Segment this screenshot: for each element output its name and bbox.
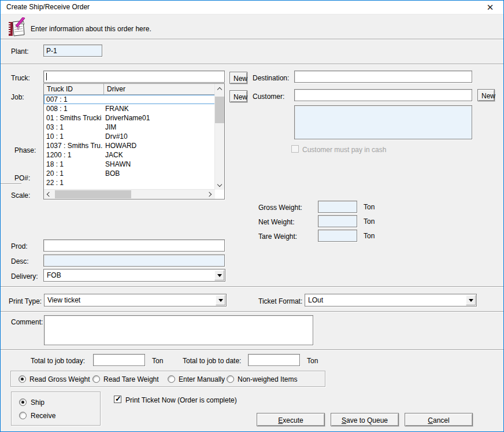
dropdown-arrow-icon[interactable] (466, 295, 476, 305)
print-type-select[interactable]: View ticket (44, 294, 227, 307)
mode-group (11, 392, 101, 426)
net-weight-unit: Ton (364, 217, 375, 226)
total-today-input[interactable] (93, 354, 145, 366)
total-to-date-label: Total to job to date: (183, 357, 241, 365)
prod-input[interactable] (43, 239, 225, 252)
desc-input[interactable] (43, 254, 225, 267)
plant-input[interactable]: P-1 (43, 45, 102, 57)
truck-row[interactable]: 18 : 1SHAWN (44, 160, 215, 169)
cancel-button[interactable]: Cancel (405, 413, 473, 426)
plant-label: Plant: (11, 47, 29, 56)
delivery-label: Delivery: (11, 272, 38, 280)
truck-id-cell: 20 : 1 (46, 169, 103, 178)
truck-label: Truck: (11, 74, 30, 82)
scroll-up-arrow[interactable] (215, 84, 224, 93)
delivery-select[interactable]: FOB (43, 269, 225, 282)
truck-id-cell: 03 : 1 (46, 123, 103, 132)
radio-receive-label: Receive (31, 412, 55, 420)
radio-non-weighed-items[interactable] (227, 375, 234, 383)
separator (1, 349, 503, 350)
separator (1, 64, 503, 65)
comment-textarea[interactable] (44, 315, 313, 345)
destination-input[interactable] (294, 71, 472, 83)
radio-read-gross-weight[interactable] (18, 375, 26, 383)
title-bar: Create Ship/Receive Order ✕ (1, 1, 503, 14)
scroll-right-arrow[interactable] (206, 190, 215, 199)
comment-label: Comment: (11, 318, 43, 326)
driver-cell: JIM (105, 123, 214, 132)
ticket-format-label: Ticket Format: (258, 297, 302, 305)
close-icon[interactable]: ✕ (481, 1, 499, 13)
truck-row[interactable]: 1037 : Smiths Tru...HOWARD (44, 141, 215, 150)
horizontal-scroll-thumb[interactable] (55, 190, 131, 198)
customer-input[interactable] (294, 89, 472, 101)
radio-enter-manually[interactable] (168, 375, 175, 383)
scroll-down-arrow[interactable] (215, 180, 224, 190)
truck-id-cell: 007 : 1 (46, 95, 103, 104)
radio-ship[interactable] (19, 398, 27, 406)
dropdown-arrow-icon[interactable] (214, 270, 224, 280)
new-customer-button[interactable]: New (477, 89, 495, 101)
gross-weight-input[interactable] (318, 201, 357, 213)
print-ticket-checkbox-label: Print Ticket Now (Order is complete) (125, 396, 237, 404)
vertical-scroll-thumb[interactable] (215, 97, 224, 123)
column-header-driver[interactable]: Driver (104, 84, 215, 95)
driver-cell: SHAWN (105, 160, 214, 169)
driver-cell: FRANK (105, 104, 214, 113)
truck-row[interactable]: 22 : 1 (44, 178, 215, 187)
phase-label: Phase: (14, 146, 36, 154)
scroll-left-arrow[interactable] (44, 190, 53, 199)
save-to-queue-button[interactable]: Save to Queue (331, 413, 399, 426)
ticket-format-select-value: LOut (308, 296, 323, 304)
job-label: Job: (11, 93, 24, 101)
truck-row[interactable]: 20 : 1BOB (44, 169, 215, 178)
cash-checkbox-label: Customer must pay in cash (302, 146, 386, 154)
desc-label: Desc: (11, 257, 29, 265)
truck-id-cell: 22 : 1 (46, 178, 103, 187)
truck-list: Truck ID Driver 007 : 1008 : 1FRANK01 : … (43, 83, 225, 200)
truck-row[interactable]: 007 : 1 (44, 95, 215, 104)
driver-cell: Drv#10 (105, 132, 214, 141)
net-weight-input[interactable] (318, 215, 357, 227)
truck-id-cell: 01 : Smiths Trucki (46, 113, 103, 123)
truck-row[interactable]: 008 : 1FRANK (44, 104, 215, 113)
truck-input[interactable] (43, 71, 225, 83)
truck-row[interactable]: 01 : Smiths TruckiDriverName01 (44, 113, 215, 123)
total-today-unit: Ton (152, 357, 163, 365)
truck-id-cell: 10 : 1 (46, 132, 103, 141)
truck-row[interactable]: 1200 : 1JACK (44, 150, 215, 160)
total-today-label: Total to job today: (31, 357, 85, 365)
driver-cell: HOWARD (105, 141, 214, 150)
radio-read-tare-weight[interactable] (92, 375, 100, 383)
vertical-scrollbar[interactable] (214, 84, 224, 190)
separator (1, 183, 21, 184)
tare-weight-unit: Ton (364, 232, 375, 240)
print-ticket-checkbox[interactable] (114, 396, 121, 403)
new-truck-button[interactable]: New (229, 72, 247, 84)
radio-read-gross-weight-label: Read Gross Weight (29, 375, 90, 383)
column-header-truck-id[interactable]: Truck ID (44, 84, 104, 95)
execute-button[interactable]: Execute (257, 413, 325, 426)
truck-row[interactable]: 03 : 1JIM (44, 123, 215, 132)
gross-weight-unit: Ton (364, 203, 375, 211)
tare-weight-input[interactable] (318, 230, 357, 242)
horizontal-scrollbar[interactable] (44, 189, 215, 199)
radio-receive[interactable] (19, 412, 27, 419)
radio-ship-label: Ship (31, 398, 45, 407)
driver-cell: JACK (105, 150, 214, 160)
gross-weight-label: Gross Weight: (258, 204, 302, 212)
prod-label: Prod: (11, 242, 28, 250)
customer-info-box (294, 105, 472, 139)
total-to-date-input[interactable] (248, 354, 300, 366)
new-job-button[interactable]: New (229, 90, 247, 102)
create-ship-receive-order-dialog: Create Ship/Receive Order ✕ Enter inform… (0, 0, 504, 432)
radio-read-tare-weight-label: Read Tare Weight (103, 375, 159, 383)
ticket-format-select[interactable]: LOut (305, 294, 477, 307)
truck-row[interactable]: 10 : 1Drv#10 (44, 132, 215, 141)
separator (1, 311, 503, 312)
print-type-select-value: View ticket (47, 296, 80, 304)
separator (1, 286, 503, 287)
radio-enter-manually-label: Enter Manually (179, 375, 225, 383)
dropdown-arrow-icon[interactable] (216, 295, 225, 305)
total-to-date-unit: Ton (307, 357, 318, 365)
